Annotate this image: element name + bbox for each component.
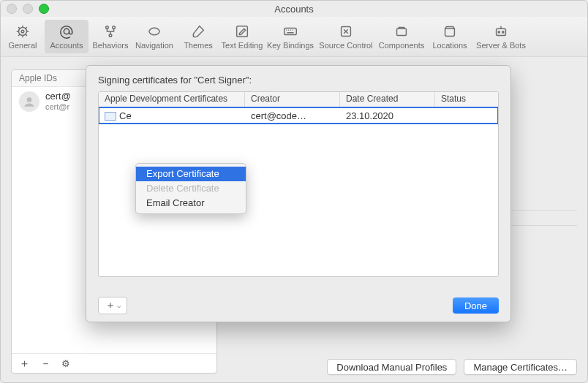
tab-behaviors[interactable]: Behaviors bbox=[88, 20, 132, 53]
svg-point-11 bbox=[498, 31, 500, 33]
svg-point-13 bbox=[27, 97, 32, 102]
tab-label: Behaviors bbox=[93, 41, 129, 50]
col-certificate[interactable]: Apple Development Certificates bbox=[99, 92, 245, 107]
svg-point-0 bbox=[19, 28, 27, 36]
certificate-context-menu: Export Certificate Delete Certificate Em… bbox=[135, 163, 246, 214]
tab-locations[interactable]: Locations bbox=[428, 20, 472, 53]
tab-label: Accounts bbox=[50, 41, 83, 50]
window-title: Accounts bbox=[1, 4, 587, 15]
cell-creator: cert@code… bbox=[245, 110, 340, 121]
certificate-icon bbox=[105, 112, 116, 121]
menu-email-creator[interactable]: Email Creator bbox=[136, 196, 246, 211]
body: Apple IDs cert@ cert@r ＋ － ⚙ Download Ma… bbox=[1, 53, 587, 382]
svg-rect-7 bbox=[284, 28, 297, 34]
source-control-icon bbox=[338, 23, 354, 39]
tab-navigation[interactable]: Navigation bbox=[132, 20, 176, 53]
cell-certificate: Ce bbox=[99, 110, 245, 121]
table-header: Apple Development Certificates Creator D… bbox=[99, 92, 498, 107]
behaviors-icon bbox=[102, 23, 118, 39]
account-email: cert@ bbox=[45, 91, 71, 102]
preferences-window: Accounts General Accounts Behaviors Navi… bbox=[0, 0, 588, 383]
remove-account-button[interactable]: － bbox=[40, 357, 51, 371]
account-sub: cert@r bbox=[45, 102, 71, 112]
tab-label: General bbox=[8, 41, 37, 50]
keyboard-icon bbox=[282, 23, 298, 39]
svg-point-12 bbox=[502, 31, 504, 33]
disk-icon bbox=[442, 23, 458, 39]
avatar-icon bbox=[19, 91, 39, 112]
col-date-created[interactable]: Date Created bbox=[340, 92, 435, 107]
tab-key-bindings[interactable]: Key Bindings bbox=[264, 20, 317, 53]
svg-rect-9 bbox=[397, 29, 407, 35]
svg-point-5 bbox=[109, 34, 112, 37]
download-profiles-button[interactable]: Download Manual Profiles bbox=[327, 359, 456, 375]
col-creator[interactable]: Creator bbox=[245, 92, 340, 107]
plus-icon: ＋ bbox=[105, 299, 116, 312]
tab-label: Source Control bbox=[319, 41, 372, 50]
tab-source-control[interactable]: Source Control bbox=[317, 20, 375, 53]
gear-icon bbox=[15, 23, 31, 39]
tab-label: Navigation bbox=[135, 41, 173, 50]
tab-label: Themes bbox=[184, 41, 213, 50]
tab-label: Text Editing bbox=[222, 41, 263, 50]
svg-point-4 bbox=[113, 26, 116, 29]
edit-icon bbox=[234, 23, 250, 39]
titlebar: Accounts bbox=[1, 1, 587, 17]
sheet-title: Signing certificates for "Cert Signer": bbox=[86, 66, 510, 91]
table-row[interactable]: Ce cert@code… 23.10.2020 bbox=[99, 107, 498, 124]
svg-point-1 bbox=[21, 30, 24, 33]
menu-delete-certificate: Delete Certificate bbox=[136, 181, 246, 196]
tab-label: Server & Bots bbox=[476, 41, 526, 50]
tab-components[interactable]: Components bbox=[375, 20, 428, 53]
navigation-icon bbox=[146, 23, 162, 39]
tab-server-bots[interactable]: Server & Bots bbox=[472, 20, 530, 53]
menu-export-certificate[interactable]: Export Certificate bbox=[136, 167, 246, 181]
cell-date: 23.10.2020 bbox=[340, 110, 435, 121]
bot-icon bbox=[493, 23, 509, 39]
at-icon bbox=[59, 23, 75, 39]
tab-text-editing[interactable]: Text Editing bbox=[220, 20, 264, 53]
tab-label: Locations bbox=[432, 41, 467, 50]
components-icon bbox=[393, 23, 410, 39]
tab-accounts[interactable]: Accounts bbox=[45, 20, 88, 53]
svg-point-2 bbox=[64, 29, 69, 34]
tab-general[interactable]: General bbox=[1, 20, 45, 53]
sidepanel-footer: ＋ － ⚙ bbox=[12, 353, 216, 373]
brush-icon bbox=[190, 23, 206, 39]
account-text: cert@ cert@r bbox=[45, 91, 71, 112]
manage-certificates-button[interactable]: Manage Certificates… bbox=[464, 359, 577, 375]
tab-themes[interactable]: Themes bbox=[176, 20, 220, 53]
preferences-toolbar: General Accounts Behaviors Navigation Th… bbox=[1, 17, 587, 57]
add-account-button[interactable]: ＋ bbox=[19, 357, 30, 371]
add-certificate-button[interactable]: ＋ ⌵ bbox=[98, 297, 127, 314]
tab-label: Components bbox=[379, 41, 424, 50]
account-actions-button[interactable]: ⚙ bbox=[61, 358, 70, 369]
svg-point-3 bbox=[106, 26, 109, 29]
sheet-footer: ＋ ⌵ Done bbox=[98, 297, 499, 314]
cert-name-fragment: Ce bbox=[119, 110, 132, 121]
chevron-down-icon: ⌵ bbox=[117, 302, 121, 309]
col-status[interactable]: Status bbox=[435, 92, 498, 107]
right-panel-buttons: Download Manual Profiles Manage Certific… bbox=[226, 359, 577, 375]
tab-label: Key Bindings bbox=[267, 41, 314, 50]
done-button[interactable]: Done bbox=[453, 297, 499, 314]
